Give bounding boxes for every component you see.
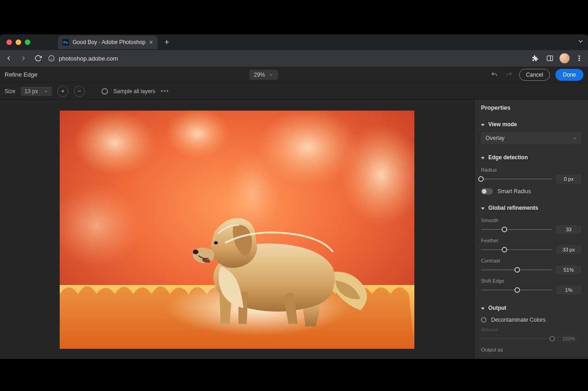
site-info-icon[interactable] (48, 55, 55, 62)
edge-detection-label: Edge detection (488, 154, 528, 161)
amount-label: Amount (481, 327, 582, 332)
undo-button[interactable] (490, 70, 499, 79)
browser-window: Ps Good Boy - Adobe Photoshop × + photos… (0, 34, 588, 359)
address-bar[interactable]: photoshop.adobe.com (48, 55, 526, 62)
svg-point-10 (165, 111, 230, 159)
chevron-down-icon (481, 205, 486, 211)
global-refinements-section-header[interactable]: Global refinements (481, 202, 582, 214)
feather-value[interactable]: 33 px (556, 245, 582, 254)
chevron-down-icon (44, 89, 48, 94)
amount-value: 100% (556, 334, 582, 343)
sample-all-layers-radio[interactable] (102, 88, 108, 95)
svg-point-7 (579, 60, 580, 61)
chevron-down-icon (572, 136, 577, 140)
zoom-dropdown[interactable]: 29% (249, 70, 278, 80)
svg-point-6 (579, 58, 580, 59)
shift-edge-slider-thumb[interactable] (514, 287, 520, 293)
shift-edge-slider[interactable] (481, 290, 552, 290)
browser-tab[interactable]: Ps Good Boy - Adobe Photoshop × (58, 35, 158, 49)
contrast-value[interactable]: 51% (556, 265, 582, 274)
side-panel-icon[interactable] (545, 53, 555, 63)
smart-radius-toggle[interactable] (481, 188, 493, 195)
minimize-window-button[interactable] (16, 39, 21, 45)
svg-rect-3 (547, 56, 553, 61)
browser-tabstrip: Ps Good Boy - Adobe Photoshop × + (0, 34, 588, 50)
output-as-label: Output as (481, 347, 582, 352)
view-mode-label: View mode (488, 121, 517, 128)
smooth-label: Smooth (481, 218, 582, 223)
shift-edge-value[interactable]: 1% (556, 285, 582, 295)
close-tab-icon[interactable]: × (149, 39, 153, 45)
document-canvas[interactable] (60, 111, 414, 349)
brush-size-input[interactable]: 13 px (21, 87, 51, 96)
contrast-slider-thumb[interactable] (514, 267, 520, 273)
chevron-down-icon (481, 154, 486, 161)
feather-slider-thumb[interactable] (502, 247, 507, 252)
smooth-value[interactable]: 33 (556, 225, 582, 234)
tab-overflow-icon[interactable] (577, 38, 584, 47)
contrast-label: Contrast (481, 258, 582, 263)
properties-panel: Properties View mode Overlay Edge detect… (474, 100, 588, 359)
smart-radius-label: Smart Radius (498, 188, 531, 195)
forward-button[interactable] (18, 53, 28, 63)
svg-point-9 (74, 111, 156, 175)
shift-edge-label: Shift Edge (481, 278, 582, 284)
browser-toolbar: photoshop.adobe.com (0, 50, 588, 67)
add-to-selection-button[interactable]: + (57, 86, 68, 97)
size-label: Size (5, 88, 15, 95)
decontaminate-colors-option[interactable]: Decontaminate Colors (481, 317, 582, 323)
new-tab-button[interactable]: + (160, 36, 173, 49)
browser-menu-icon[interactable] (574, 53, 584, 63)
zoom-value: 29% (254, 72, 265, 78)
radius-slider[interactable] (481, 179, 552, 179)
options-bar: Size 13 px + − Sample all layers ••• (0, 83, 588, 100)
chevron-down-icon (481, 121, 486, 128)
svg-point-18 (214, 241, 218, 245)
global-refinements-label: Global refinements (488, 205, 538, 211)
feather-label: Feather (481, 238, 582, 243)
tab-title: Good Boy - Adobe Photoshop (73, 39, 146, 45)
view-mode-dropdown[interactable]: Overlay (481, 132, 582, 144)
radius-label: Radius (481, 167, 582, 173)
mode-title: Refine Edge (5, 71, 38, 78)
chevron-down-icon (481, 305, 486, 311)
radius-slider-thumb[interactable] (478, 176, 484, 182)
back-button[interactable] (4, 53, 14, 63)
redo-button[interactable] (504, 70, 514, 79)
edge-detection-section-header[interactable]: Edge detection (481, 151, 582, 163)
output-label: Output (488, 305, 506, 311)
app-header: Refine Edge 29% Cancel Done (0, 67, 588, 83)
maximize-window-button[interactable] (25, 39, 30, 45)
properties-title: Properties (475, 100, 588, 116)
done-button[interactable]: Done (555, 69, 583, 81)
canvas-viewport[interactable] (0, 100, 474, 359)
photoshop-favicon: Ps (62, 39, 69, 45)
main-area: Properties View mode Overlay Edge detect… (0, 100, 588, 359)
subtract-from-selection-button[interactable]: − (74, 86, 85, 97)
radius-value[interactable]: 0 px (556, 174, 582, 184)
extensions-icon[interactable] (530, 53, 540, 63)
amount-slider (481, 338, 552, 339)
view-mode-value: Overlay (486, 135, 504, 141)
more-options-button[interactable]: ••• (161, 88, 170, 95)
feather-slider[interactable] (481, 249, 552, 250)
size-value: 13 px (24, 88, 38, 95)
smooth-slider[interactable] (481, 229, 552, 230)
contrast-slider[interactable] (481, 269, 552, 270)
sample-all-layers-label: Sample all layers (113, 88, 155, 95)
window-controls (6, 39, 30, 45)
view-mode-section-header[interactable]: View mode (481, 118, 582, 130)
smooth-slider-thumb[interactable] (502, 227, 507, 232)
svg-point-17 (193, 250, 198, 254)
profile-avatar[interactable] (560, 53, 570, 63)
cancel-button[interactable]: Cancel (519, 69, 550, 81)
amount-slider-thumb (549, 336, 555, 341)
reload-button[interactable] (33, 53, 43, 63)
svg-point-5 (579, 56, 580, 56)
decontaminate-label: Decontaminate Colors (491, 317, 546, 323)
decontaminate-radio[interactable] (481, 317, 486, 323)
url-host: photoshop.adobe.com (59, 55, 118, 62)
close-window-button[interactable] (6, 39, 12, 45)
output-section-header[interactable]: Output (481, 302, 582, 314)
chevron-down-icon (269, 73, 273, 77)
